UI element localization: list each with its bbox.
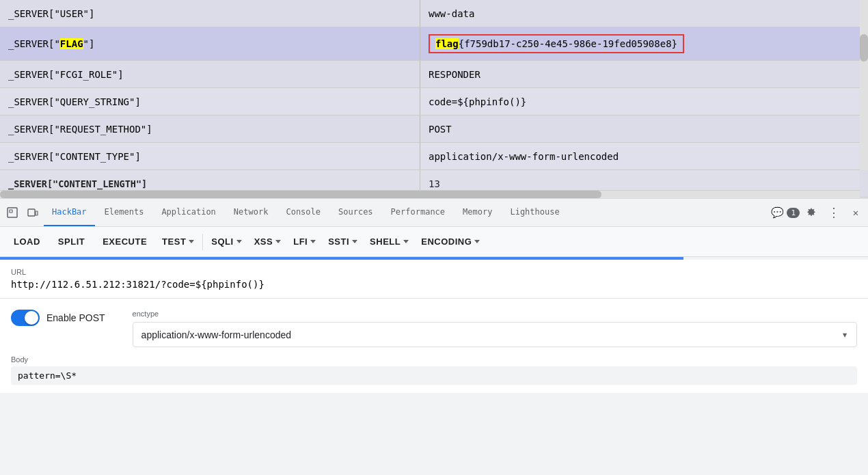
lfi-dropdown[interactable]: LFI xyxy=(288,232,321,251)
badge-count: 1 xyxy=(787,208,800,218)
body-input[interactable]: pattern=\S* xyxy=(11,366,857,385)
cell-value-flag: flag{f759db17-c250-4e45-986e-19fed05908e… xyxy=(420,27,868,60)
comment-badge-container: 💬 1 xyxy=(771,206,800,219)
enable-post-container: Enable POST xyxy=(11,310,105,326)
url-label: URL xyxy=(11,268,857,276)
hackbar-content: URL http://112.6.51.212:31821/?code=${ph… xyxy=(0,260,868,393)
tab-performance[interactable]: Performance xyxy=(383,199,453,226)
table-row: _SERVER["REQUEST_METHOD"] POST xyxy=(0,116,868,143)
cell-value: code=${phpinfo()} xyxy=(420,88,868,115)
sqli-dropdown[interactable]: SQLI xyxy=(206,232,247,251)
tab-console[interactable]: Console xyxy=(277,199,329,226)
cell-key: _SERVER["CONTENT_TYPE"] xyxy=(0,143,420,169)
cell-value: application/x-www-form-urlencoded xyxy=(420,143,868,169)
vertical-scrollbar[interactable] xyxy=(860,0,868,198)
enctype-label: enctype xyxy=(133,310,857,318)
encoding-dropdown[interactable]: ENCODING xyxy=(416,232,485,251)
split-button[interactable]: SPLIT xyxy=(50,232,93,251)
svg-rect-1 xyxy=(10,210,12,213)
close-icon[interactable]: ✕ xyxy=(846,203,865,222)
cell-key: _SERVER["QUERY_STRING"] xyxy=(0,88,420,115)
flag-highlight: FLAG xyxy=(60,38,83,49)
body-section: Body pattern=\S* xyxy=(0,347,868,393)
cell-key: _SERVER["USER"] xyxy=(0,0,420,27)
ssti-dropdown[interactable]: SSTI xyxy=(323,232,363,251)
horizontal-scrollbar[interactable] xyxy=(0,190,860,198)
cell-key: _SERVER["FCGI_ROLE"] xyxy=(0,61,420,87)
body-label: Body xyxy=(11,355,857,364)
select-arrow-icon: ▾ xyxy=(841,328,848,341)
table-row: _SERVER["CONTENT_TYPE"] application/x-ww… xyxy=(0,143,868,170)
inspect-icon[interactable] xyxy=(3,203,22,222)
vertical-scrollbar-thumb[interactable] xyxy=(860,34,868,62)
svg-rect-2 xyxy=(28,209,35,216)
device-icon[interactable] xyxy=(23,203,42,222)
hackbar-toolbar: LOAD SPLIT EXECUTE TEST SQLI XSS LFI SST… xyxy=(0,227,868,257)
encoding-chevron-icon xyxy=(474,240,480,243)
tab-elements[interactable]: Elements xyxy=(96,199,152,226)
horizontal-scrollbar-thumb[interactable] xyxy=(0,191,601,198)
comment-icon[interactable]: 💬 xyxy=(771,206,784,219)
devtools-right-controls: 💬 1 ⋮ ✕ xyxy=(771,203,865,222)
cell-value: www-data xyxy=(420,0,868,27)
settings-icon[interactable] xyxy=(802,203,822,222)
separator xyxy=(202,234,203,250)
table-row: _SERVER["QUERY_STRING"] code=${phpinfo()… xyxy=(0,88,868,116)
cell-value: POST xyxy=(420,116,868,142)
url-value[interactable]: http://112.6.51.212:31821/?code=${phpinf… xyxy=(11,279,857,290)
url-section: URL http://112.6.51.212:31821/?code=${ph… xyxy=(0,260,868,299)
table-row: _SERVER["FCGI_ROLE"] RESPONDER xyxy=(0,61,868,88)
execute-button[interactable]: EXECUTE xyxy=(94,232,155,251)
tab-hackbar[interactable]: HackBar xyxy=(44,199,95,226)
test-dropdown[interactable]: TEST xyxy=(157,232,200,251)
test-chevron-icon xyxy=(189,240,194,243)
php-info-table: _SERVER["USER"] www-data _SERVER["FLAG"]… xyxy=(0,0,868,198)
cell-key-flag: _SERVER["FLAG"] xyxy=(0,27,420,60)
tab-application[interactable]: Application xyxy=(153,199,223,226)
lfi-chevron-icon xyxy=(310,240,316,243)
shell-chevron-icon xyxy=(403,240,409,243)
tab-sources[interactable]: Sources xyxy=(330,199,381,226)
tab-memory[interactable]: Memory xyxy=(455,199,500,226)
tab-lighthouse[interactable]: Lighthouse xyxy=(502,199,567,226)
devtools-tabs-bar: HackBar Elements Application Network Con… xyxy=(0,198,868,227)
sqli-chevron-icon xyxy=(236,240,242,243)
toggle-thumb xyxy=(25,311,38,325)
tab-network[interactable]: Network xyxy=(226,199,277,226)
flag-text-highlight: flag xyxy=(435,38,459,49)
table-row: _SERVER["USER"] www-data xyxy=(0,0,868,27)
table-row-flag: _SERVER["FLAG"] flag{f759db17-c250-4e45-… xyxy=(0,27,868,61)
more-icon[interactable]: ⋮ xyxy=(824,203,843,222)
enctype-section: enctype application/x-www-form-urlencode… xyxy=(133,310,857,347)
xss-chevron-icon xyxy=(275,240,281,243)
cell-key: _SERVER["REQUEST_METHOD"] xyxy=(0,116,420,142)
flag-value-box: flag{f759db17-c250-4e45-986e-19fed05908e… xyxy=(429,34,684,53)
load-button[interactable]: LOAD xyxy=(5,232,49,251)
svg-rect-3 xyxy=(36,211,38,215)
enctype-select[interactable]: application/x-www-form-urlencoded ▾ xyxy=(133,322,857,347)
ssti-chevron-icon xyxy=(352,240,357,243)
shell-dropdown[interactable]: SHELL xyxy=(364,232,414,251)
enctype-value: application/x-www-form-urlencoded xyxy=(141,329,842,340)
post-section: Enable POST enctype application/x-www-fo… xyxy=(0,299,868,347)
enable-post-label: Enable POST xyxy=(46,312,105,323)
xss-dropdown[interactable]: XSS xyxy=(249,232,287,251)
enable-post-toggle[interactable] xyxy=(11,310,40,326)
cell-value: RESPONDER xyxy=(420,61,868,87)
